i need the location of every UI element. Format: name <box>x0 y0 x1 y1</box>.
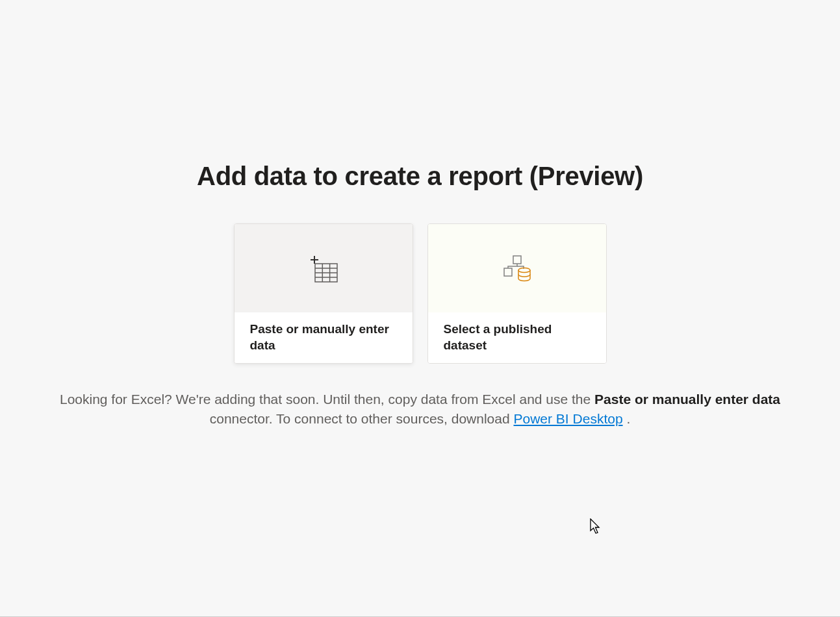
paste-data-label-area: Paste or manually enter data <box>235 312 413 362</box>
paste-data-label: Paste or manually enter data <box>250 321 397 353</box>
power-bi-desktop-link[interactable]: Power BI Desktop <box>514 411 623 426</box>
main-content: Add data to create a report (Preview) <box>21 162 820 429</box>
option-cards: Paste or manually enter data <box>234 223 607 364</box>
paste-data-card[interactable]: Paste or manually enter data <box>234 223 413 364</box>
desc-part3: . <box>626 411 630 426</box>
svg-rect-8 <box>513 256 521 264</box>
dataset-database-icon <box>500 251 534 285</box>
published-dataset-icon-area <box>428 224 606 313</box>
published-dataset-card[interactable]: Select a published dataset <box>427 223 607 364</box>
table-plus-icon <box>308 253 339 284</box>
paste-data-icon-area <box>235 224 413 313</box>
published-dataset-label: Select a published dataset <box>444 321 591 353</box>
description-text: Looking for Excel? We're adding that soo… <box>21 390 820 429</box>
desc-bold: Paste or manually enter data <box>594 392 780 407</box>
svg-point-10 <box>518 268 530 272</box>
desc-part2: connector. To connect to other sources, … <box>210 411 510 426</box>
desc-part1: Looking for Excel? We're adding that soo… <box>60 392 591 407</box>
svg-rect-9 <box>504 268 512 276</box>
published-dataset-label-area: Select a published dataset <box>428 312 606 362</box>
mouse-cursor-icon <box>590 518 602 535</box>
page-heading: Add data to create a report (Preview) <box>197 162 643 191</box>
